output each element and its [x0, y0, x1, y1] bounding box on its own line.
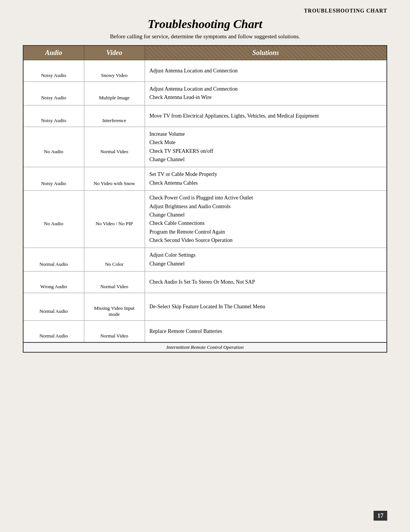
audio-icon-cell: Noisy Audio: [28, 86, 79, 101]
audio-cell: Wrong Audio: [23, 271, 84, 293]
audio-cell: Noisy Audio: [23, 60, 84, 82]
solution-item: Move TV from Electrical Appliances, Ligh…: [150, 112, 382, 120]
solution-item: Adjust Brightness and Audio Controls: [150, 202, 382, 211]
audio-cell: Normal Audio: [23, 293, 84, 321]
solution-item: Check Second Video Source Operation: [150, 236, 382, 245]
audio-cell: Noisy Audio: [23, 167, 84, 191]
solution-item: Adjust Antenna Location and Connection: [150, 85, 382, 93]
solution-item: Replace Remote Control Batteries: [150, 327, 382, 336]
audio-icon-cell: Normal Audio: [28, 324, 79, 339]
audio-label: No Audio: [44, 221, 63, 227]
solutions-cell: Increase VolumeCheck MuteCheck TV SPEAKE…: [145, 127, 387, 167]
solution-item: Check TV SPEAKERS on/off: [150, 147, 382, 155]
video-label: Missing Video Input mode: [89, 305, 140, 317]
solutions-cell: Adjust Antenna Location and Connection: [145, 60, 387, 82]
video-icon-cell: Multiple Image: [89, 86, 140, 101]
video-header: Video: [84, 46, 145, 60]
audio-label: Normal Audio: [39, 308, 68, 314]
solution-item: Adjust Color Settings: [150, 251, 382, 259]
solutions-cell: Set TV or Cable Mode ProperlyCheck Anten…: [145, 167, 387, 191]
page-title: Troubleshooting Chart: [23, 17, 387, 31]
video-label: Normal Video: [100, 149, 128, 155]
video-icon-cell: ? No Video / No PIP: [89, 212, 140, 227]
solution-item: Check Cable Connections: [150, 219, 382, 228]
audio-icon-cell: No Audio: [28, 140, 79, 155]
video-cell: Normal Video: [84, 321, 145, 343]
video-label: Normal Video: [100, 284, 128, 290]
solutions-cell: Replace Remote Control Batteries: [145, 321, 387, 343]
solutions-cell: Adjust Color SettingsChange Channel: [145, 248, 387, 271]
audio-label: Noisy Audio: [41, 118, 66, 124]
solution-item: Change Channel: [150, 260, 382, 268]
audio-label: Noisy Audio: [41, 72, 66, 78]
solution-item: De-Select Skip Feature Located In The Ch…: [150, 303, 382, 311]
video-cell: ? No Video / No PIP: [84, 191, 145, 248]
audio-icon-cell: Normal Audio: [28, 252, 79, 267]
footer-note: Intermittent Remote Control Operation: [23, 342, 387, 352]
audio-label: Noisy Audio: [41, 95, 66, 101]
audio-cell: Noisy Audio: [23, 82, 84, 105]
video-label: No Video with Snow: [93, 180, 135, 187]
solution-item: Increase Volume: [150, 130, 382, 138]
subtitle: Before calling for service, determine th…: [23, 33, 387, 40]
page-number: 17: [374, 511, 387, 521]
audio-label: Wrong Audio: [40, 284, 67, 290]
audio-icon-cell: Wrong Audio: [28, 275, 79, 290]
solution-item: Change Channel: [150, 211, 382, 219]
audio-label: Normal Audio: [39, 333, 68, 339]
solutions-header: Solutions: [145, 46, 387, 60]
video-cell: Interference: [84, 105, 145, 127]
video-icon-cell: Snowy Video: [89, 63, 140, 78]
solutions-cell: De-Select Skip Feature Located In The Ch…: [145, 293, 387, 321]
solution-item: Set TV or Cable Mode Properly: [150, 170, 382, 179]
audio-label: No Audio: [44, 149, 63, 155]
audio-icon-cell: Noisy Audio: [28, 171, 79, 187]
solution-item: Check Antenna Cables: [150, 179, 382, 187]
video-label: Snowy Video: [101, 72, 128, 78]
audio-label: Noisy Audio: [41, 180, 66, 187]
video-label: Interference: [102, 118, 126, 124]
solutions-cell: Check Power Cord is Plugged into Active …: [145, 191, 387, 248]
solution-item: Check Audio Is Set To Stereo Or Mono, No…: [150, 278, 382, 286]
solution-item: Program the Remote Control Again: [150, 228, 382, 236]
video-icon-cell: Normal Video: [89, 140, 140, 155]
video-label: Normal Video: [100, 333, 128, 339]
page-header: Troubleshooting Chart: [23, 8, 387, 14]
video-cell: Multiple Image: [84, 82, 145, 105]
solution-item: Check Antenna Lead-in Wire: [150, 93, 382, 102]
video-icon-cell: Normal Video: [89, 275, 140, 290]
video-label: No Video / No PIP: [96, 221, 133, 227]
solutions-cell: Check Audio Is Set To Stereo Or Mono, No…: [145, 271, 387, 293]
video-cell: No Video with Snow: [84, 167, 145, 191]
solution-item: Change Channel: [150, 155, 382, 164]
audio-label: Normal Audio: [39, 261, 68, 267]
header-title: Troubleshooting Chart: [304, 8, 387, 14]
audio-icon-cell: Noisy Audio: [28, 63, 79, 78]
audio-icon-cell: Normal Audio: [28, 299, 79, 314]
audio-cell: No Audio: [23, 191, 84, 248]
video-cell: No Color: [84, 248, 145, 271]
troubleshooting-chart: Audio Video Solutions Noisy Audio Snowy …: [23, 45, 387, 353]
audio-header: Audio: [23, 46, 84, 60]
video-label: No Color: [105, 261, 124, 267]
video-icon-cell: Normal Video: [89, 324, 140, 339]
solutions-cell: Move TV from Electrical Appliances, Ligh…: [145, 105, 387, 127]
video-icon-cell: VIDEO 1 Missing Video Input mode: [89, 296, 140, 317]
video-icon-cell: No Video with Snow: [89, 171, 140, 187]
solution-item: Check Mute: [150, 138, 382, 147]
video-cell: VIDEO 1 Missing Video Input mode: [84, 293, 145, 321]
solutions-cell: Adjust Antenna Location and ConnectionCh…: [145, 82, 387, 105]
audio-cell: No Audio: [23, 127, 84, 167]
video-icon-cell: Interference: [89, 108, 140, 124]
solution-item: Adjust Antenna Location and Connection: [150, 67, 382, 75]
video-cell: Normal Video: [84, 271, 145, 293]
video-icon-cell: No Color: [89, 252, 140, 267]
video-cell: Snowy Video: [84, 60, 145, 82]
solution-item: Check Power Cord is Plugged into Active …: [150, 194, 382, 202]
audio-icon-cell: Noisy Audio: [28, 108, 79, 124]
audio-cell: Normal Audio: [23, 248, 84, 271]
audio-cell: Normal Audio: [23, 321, 84, 343]
video-label: Multiple Image: [99, 95, 130, 101]
video-cell: Normal Video: [84, 127, 145, 167]
audio-icon-cell: No Audio: [28, 212, 79, 227]
